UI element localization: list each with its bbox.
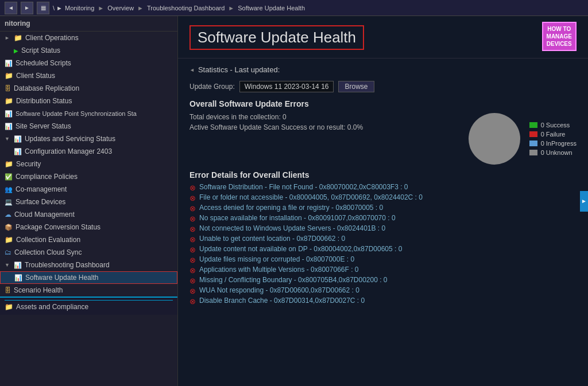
people-icon: 👥 — [5, 186, 13, 193]
error-icon: ⊗ — [189, 245, 196, 254]
stats-section: Statistics - Last updated: Update Group:… — [178, 59, 588, 314]
sidebar-label-distribution-status: Distribution Status — [16, 97, 72, 105]
donut-area: 0 Success 0 Failure 0 InProgress 0 — [469, 113, 577, 165]
sidebar-item-troubleshooting[interactable]: ▼ 📊 Troubleshooting Dashboard — [0, 259, 177, 271]
sidebar-item-software-update-health[interactable]: 📊 Software Update Health — [0, 271, 177, 284]
error-icon: ⊗ — [189, 225, 196, 233]
error-text-5: Unable to get content location - 0x87D00… — [199, 235, 345, 243]
legend-unknown: 0 Unknown — [529, 149, 577, 156]
legend-failure: 0 Failure — [529, 131, 577, 138]
sidebar-item-database-replication[interactable]: 🗄 Database Replication — [0, 82, 177, 95]
breadcrumb-troubleshooting[interactable]: Troubleshooting Dashboard — [147, 5, 225, 11]
legend-dot-inprogress — [529, 141, 537, 146]
watermark-line3: DEVICES — [547, 40, 572, 48]
error-icon: ⊗ — [189, 287, 196, 295]
sidebar-label-co-management: Co-management — [16, 185, 67, 193]
sidebar-item-client-operations[interactable]: ► 📁 Client Operations — [0, 32, 177, 44]
error-item-0: ⊗ Software Distribution - File not Found… — [189, 183, 577, 192]
sidebar-item-surface-devices[interactable]: 💻 Surface Devices — [0, 196, 177, 208]
sidebar-item-scenario-health[interactable]: 🗄 Scenario Health — [0, 284, 177, 297]
sidebar-item-security[interactable]: 📁 Security — [0, 158, 177, 170]
error-icon: ⊗ — [189, 204, 196, 213]
legend-label-failure: 0 Failure — [541, 131, 566, 138]
total-devices-stat: Total devices in the collection: 0 — [189, 113, 457, 121]
chart-row: Total devices in the collection: 0 Activ… — [189, 113, 577, 165]
sidebar-item-package-conversion[interactable]: 📦 Package Conversion Status — [0, 221, 177, 233]
legend-success: 0 Success — [529, 122, 577, 128]
chevron-icon: ► — [5, 35, 10, 41]
sidebar-item-compliance[interactable]: ✅ Compliance Policies — [0, 170, 177, 183]
error-item-4: ⊗ Not connected to Windows Update Server… — [189, 224, 577, 233]
breadcrumb-monitoring[interactable]: Monitoring — [65, 5, 94, 11]
breadcrumb: \ ► Monitoring ► Overview ► Troubleshoot… — [53, 5, 305, 11]
chart-legend: 0 Success 0 Failure 0 InProgress 0 — [529, 122, 577, 156]
sidebar-item-co-management[interactable]: 👥 Co-management — [0, 183, 177, 196]
back-button[interactable]: ◄ — [5, 2, 17, 14]
bar-icon: 📊 — [5, 110, 13, 118]
error-text-1: File or folder not accessible - 0x800040… — [199, 193, 423, 201]
browse-button[interactable]: Browse — [338, 81, 374, 92]
page-title: Software Update Health — [189, 25, 364, 50]
stats-title: Statistics - Last updated: — [189, 65, 577, 74]
sidebar-item-updates-servicing[interactable]: ▼ 📊 Updates and Servicing Status — [0, 132, 177, 145]
sidebar-item-site-server-status[interactable]: 📊 Site Server Status — [0, 120, 177, 132]
error-text-2: Access denied for opening a file or regi… — [199, 204, 383, 212]
error-item-5: ⊗ Unable to get content location - 0x87D… — [189, 235, 577, 244]
sidebar-item-cloud-management[interactable]: ☁ Cloud Management — [0, 208, 177, 221]
sidebar-label-script-status: Script Status — [21, 46, 60, 54]
sidebar: nitoring ► 📁 Client Operations ▶ Script … — [0, 16, 178, 386]
breadcrumb-overview[interactable]: Overview — [107, 5, 134, 11]
sidebar-item-sw-update-point[interactable]: 📊 Software Update Point Synchronization … — [0, 107, 177, 120]
forward-button[interactable]: ► — [21, 2, 33, 14]
error-item-3: ⊗ No space available for installation - … — [189, 214, 577, 223]
error-icon: ⊗ — [189, 215, 196, 223]
legend-dot-failure — [529, 131, 537, 137]
error-item-8: ⊗ Applications with Multiple Versions - … — [189, 266, 577, 275]
sidebar-item-config-manager[interactable]: 📊 Configuration Manager 2403 — [0, 145, 177, 158]
db-icon: 🗄 — [5, 287, 11, 294]
panel-toggle-arrow[interactable]: ► — [580, 191, 588, 212]
sidebar-footer-assets[interactable]: 📁 Assets and Compliance — [5, 300, 173, 313]
folder-icon: 📁 — [5, 160, 13, 168]
sidebar-label-sw-update-point: Software Update Point Synchronization St… — [16, 110, 137, 117]
sidebar-footer[interactable]: 📁 Assets and Compliance — [0, 297, 177, 315]
menu-button[interactable]: ▦ — [37, 2, 49, 14]
watermark-line2: MANAGE — [547, 33, 572, 40]
error-item-10: ⊗ WUA Not responding - 0x87D00600,0x87D0… — [189, 286, 577, 295]
error-item-1: ⊗ File or folder not accessible - 0x8000… — [189, 193, 577, 202]
folder-icon: 📁 — [5, 236, 13, 244]
sidebar-label-security: Security — [16, 160, 41, 168]
sidebar-item-collection-evaluation[interactable]: 📁 Collection Evaluation — [0, 233, 177, 246]
legend-label-unknown: 0 Unknown — [541, 149, 572, 156]
sidebar-item-script-status[interactable]: ▶ Script Status — [0, 44, 177, 57]
error-icon: ⊗ — [189, 256, 196, 264]
sidebar-item-collection-cloud-sync[interactable]: 🗂 Collection Cloud Sync — [0, 246, 177, 259]
folder-icon: 📁 — [14, 34, 22, 42]
bar-icon: 📊 — [14, 274, 22, 282]
error-details-title: Error Details for Overall Clients — [189, 170, 577, 180]
error-icon: ⊗ — [189, 235, 196, 244]
error-text-9: Missing / Conflicting Boundary - 0x80070… — [199, 276, 388, 284]
stats-label: Statistics - Last updated: — [198, 65, 280, 74]
legend-dot-unknown — [529, 150, 537, 155]
error-icon: ⊗ — [189, 276, 196, 285]
sidebar-item-distribution-status[interactable]: 📁 Distribution Status — [0, 95, 177, 107]
folder-icon: 📁 — [5, 72, 13, 80]
error-text-11: Disable Branch Cache - 0x87D00314,0x87D0… — [199, 297, 365, 305]
sidebar-item-client-status[interactable]: 📁 Client Status — [0, 69, 177, 82]
sidebar-label-cloud: Cloud Management — [14, 210, 75, 219]
sidebar-item-scheduled-scripts[interactable]: 📊 Scheduled Scripts — [0, 57, 177, 69]
breadcrumb-root: \ ► — [53, 5, 63, 11]
sidebar-label-assets: Assets and Compliance — [16, 303, 88, 311]
error-icon: ⊗ — [189, 194, 196, 202]
error-text-10: WUA Not responding - 0x87D00600,0x87D006… — [199, 286, 359, 294]
watermark-line1: HOW TO — [547, 25, 572, 33]
legend-dot-success — [529, 122, 537, 128]
bar-icon: 📊 — [14, 135, 22, 143]
folder-icon: 📁 — [5, 303, 13, 311]
overall-errors-title: Overall Software Update Errors — [189, 99, 577, 108]
breadcrumb-current: Software Update Health — [238, 5, 305, 11]
legend-label-success: 0 Success — [541, 122, 570, 128]
breadcrumb-sep1: ► — [98, 5, 104, 11]
sidebar-label-scenario-health: Scenario Health — [14, 286, 63, 294]
